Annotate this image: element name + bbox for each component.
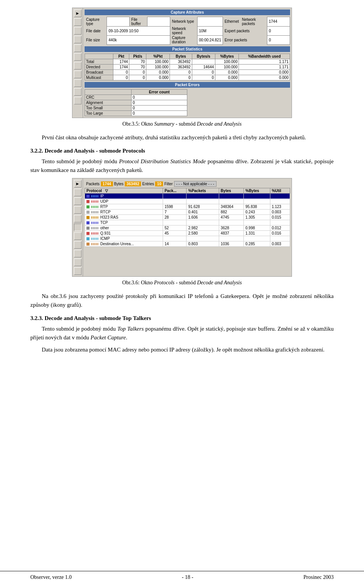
footer-left: Observer, verze 1.0	[30, 574, 72, 580]
proto-info-bar: Packets 1744 Bytes 363492 Entries 10 Fil…	[85, 180, 290, 188]
col-pct-bytes: %Bytes	[244, 188, 270, 194]
toolbar-btn-5[interactable]	[74, 53, 82, 61]
para2-text1: Tento submód je podobný módu	[42, 158, 119, 164]
caption-2-italic2: Decode and Analysis	[197, 280, 242, 285]
proto-btn-8[interactable]	[74, 250, 82, 257]
filter-value: - - - Not applicable - - -	[174, 181, 217, 187]
section-322-title: 3.2.2. Decode and Analysis - submode Pro…	[30, 148, 334, 154]
packet-errors-table: Error count CRC0 Alignment0 Too Small0 T…	[85, 89, 187, 116]
bytes-label: Bytes	[114, 182, 124, 186]
caption-2: Obr.3.6: Okno Protocols - submód Decode …	[30, 280, 334, 286]
col-bytes: Bytes	[219, 188, 244, 194]
screenshot-summary: ▶ Capture Attributes Capture type	[72, 8, 292, 118]
proto-btn-1[interactable]	[74, 189, 82, 196]
paragraph-2: Tento submód je podobný módu Protocol Di…	[30, 157, 334, 174]
toolbar-btn-2[interactable]	[74, 27, 82, 35]
para4-italic2: Packet Capture	[91, 334, 126, 341]
col-protocol: Protocol ▽	[85, 188, 163, 194]
capture-main: Capture Attributes Capture type File buf…	[83, 8, 292, 118]
packet-statistics-header: Packet Statistics	[85, 46, 290, 52]
page-content: ▶ Capture Attributes Capture type	[0, 0, 364, 381]
para4-text1: Tento submód je podobný módu	[42, 326, 117, 332]
table-row[interactable]: Q.931 452.58048371.3310.016	[85, 231, 290, 236]
section-323-title: 3.2.3. Decode and Analysis - submode Top…	[30, 315, 334, 322]
caption-1-middle: - submód	[174, 121, 197, 127]
page-footer: Observer, verze 1.0 - 18 - Prosinec 2003	[0, 571, 364, 580]
toolbar-btn-1[interactable]	[74, 18, 82, 26]
proto-btn-3[interactable]	[74, 206, 82, 214]
proto-btn-4[interactable]	[74, 215, 82, 222]
entries-label: Entries	[142, 182, 154, 186]
table-row[interactable]: RTCP 70.4018820.2430.003	[85, 210, 290, 215]
packet-errors-header: Packet Errors	[85, 82, 290, 88]
footer-right: Prosinec 2003	[303, 574, 334, 580]
packet-statistics-table: Pkt Pkt/s %Pkt Bytes Bytes/s %Bytes %Ban…	[85, 54, 290, 80]
screenshot-protocols: ▶ Packets 1744 Bytes 363492	[72, 178, 292, 277]
footer-center: - 18 -	[182, 574, 193, 580]
protocol-table: Protocol ▽ Pack... %Packets Bytes %Bytes…	[85, 188, 290, 247]
toolbar-btn-8[interactable]	[74, 79, 82, 87]
toolbar-side-1: ▶	[72, 8, 83, 118]
paragraph-3: Na obr.3.6 jsou zachyceny použité protok…	[30, 292, 334, 309]
filter-label: Filter	[164, 182, 173, 186]
proto-btn-10[interactable]	[74, 267, 82, 275]
toolbar-btn-9[interactable]	[74, 88, 82, 96]
caption-1-prefix: Obr.3.5: Okno	[122, 121, 154, 127]
caption-2-middle: - submód	[174, 280, 197, 285]
paragraph-1: První část okna obsahuje zachycené atrib…	[30, 133, 334, 142]
caption-2-prefix: Obr.3.6: Okno	[122, 280, 154, 285]
proto-btn-7[interactable]	[74, 241, 82, 249]
table-row[interactable]: ICMP	[85, 236, 290, 241]
para2-italic: Protocol Distribution Statistics Mode	[119, 158, 206, 164]
bytes-value: 363492	[125, 181, 141, 186]
table-row[interactable]: other 522.98236280.9980.012	[85, 225, 290, 231]
caption-1: Obr.3.5: Okno Summary - submód Decode an…	[30, 121, 334, 127]
toolbar-btn-4[interactable]	[74, 44, 82, 52]
protocols-main: Packets 1744 Bytes 363492 Entries 10 Fil…	[83, 178, 292, 276]
toolbar-btn-6[interactable]	[74, 62, 82, 69]
caption-1-italic2: Decode and Analysis	[197, 121, 242, 127]
toolbar-btn-10[interactable]	[74, 97, 82, 104]
paragraph-5: Data jsou zobrazena pomocí MAC adresy ne…	[30, 345, 334, 354]
proto-btn-5[interactable]	[74, 224, 82, 231]
table-row[interactable]: IP	[85, 194, 290, 199]
col-pack: Pack...	[163, 188, 187, 194]
col-pct-pack: %Packets	[187, 188, 219, 194]
proto-btn-9[interactable]	[74, 259, 82, 266]
caption-1-italic1: Summary	[154, 121, 174, 127]
toolbar-btn-play[interactable]: ▶	[74, 9, 82, 17]
packets-value: 1744	[101, 181, 113, 186]
capture-attributes-table: Capture type File buffer Network type Et…	[85, 17, 290, 45]
table-row[interactable]: TCP	[85, 220, 290, 225]
table-row[interactable]: H323 RAS 281.60647451.3050.015	[85, 215, 290, 220]
table-row[interactable]: Destination Unrea... 140.80310360.2850.0…	[85, 241, 290, 247]
table-row[interactable]: UDP	[85, 199, 290, 204]
paragraph-4: Tento submód je podobný módu Top Talkers…	[30, 325, 334, 342]
toolbar-btn-3[interactable]	[74, 36, 82, 43]
entries-value: 10	[155, 181, 163, 186]
packets-label: Packets	[86, 182, 100, 186]
proto-btn-6[interactable]	[74, 232, 82, 240]
para4-text3: .	[126, 334, 127, 341]
proto-btn-play[interactable]: ▶	[74, 180, 82, 188]
toolbar-side-2: ▶	[72, 178, 83, 276]
col-util: %Util	[270, 188, 290, 194]
para4-italic1: Top Talkers	[117, 326, 144, 332]
capture-attributes-header: Capture Attributes	[85, 9, 290, 15]
caption-2-italic1: Protocols	[154, 280, 174, 285]
toolbar-btn-7[interactable]	[74, 71, 82, 78]
table-row[interactable]: RTP 159891.62834836495.8381.123	[85, 204, 290, 210]
proto-btn-2[interactable]	[74, 197, 82, 205]
